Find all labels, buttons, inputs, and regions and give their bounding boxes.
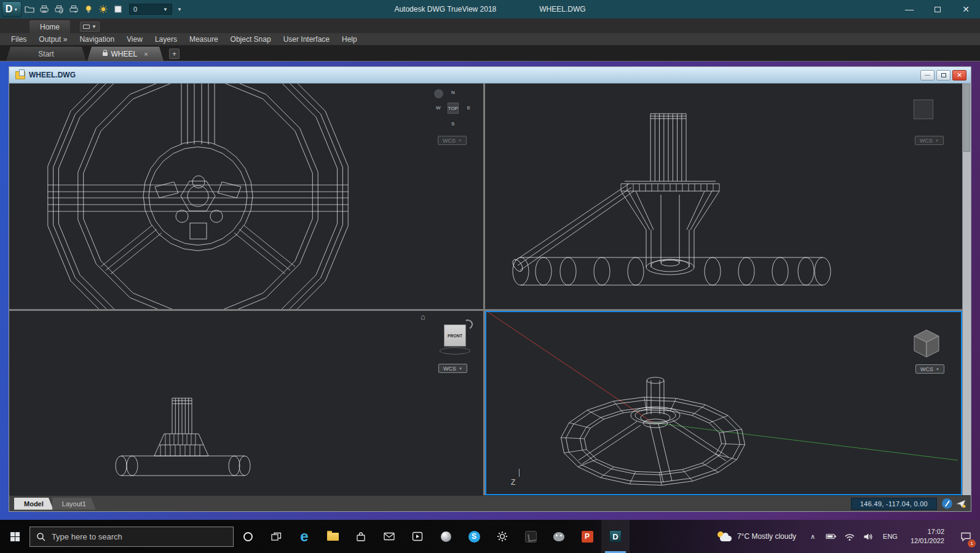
battery-button[interactable]	[822, 520, 840, 553]
layer-dropdown[interactable]: 0 ▼	[129, 4, 172, 15]
annotation-monitor-icon[interactable]	[942, 498, 952, 509]
tab-start[interactable]: Start	[6, 47, 86, 61]
sun-brightness-icon[interactable]	[97, 2, 110, 16]
volume-button[interactable]	[859, 520, 877, 553]
dwg-file-icon	[15, 71, 25, 79]
chevron-up-icon: ∧	[810, 533, 815, 541]
home-icon[interactable]: ⌂	[421, 312, 425, 321]
print-preview-icon[interactable]	[52, 2, 66, 16]
tray-expand-button[interactable]: ∧	[804, 520, 822, 553]
quick-access-toolbar: D▼ 0 ▼ ▼	[0, 1, 182, 17]
wcs-label: WCS	[443, 366, 456, 372]
minimize-icon: —	[925, 72, 930, 78]
qat-overflow-chevron-icon[interactable]: ▼	[177, 7, 182, 12]
doc-minimize-button[interactable]: —	[920, 70, 935, 80]
layer-dropdown-value: 0	[133, 6, 137, 13]
scrollbar-thumb[interactable]	[963, 84, 970, 152]
plot-icon[interactable]	[38, 2, 51, 16]
viewcube-front[interactable]: FRONT	[444, 324, 466, 347]
chevron-down-icon: ▼	[14, 7, 18, 12]
speaker-icon	[863, 532, 874, 541]
menu-view[interactable]: View	[121, 33, 149, 45]
viewcube-compass-ring	[440, 347, 470, 355]
skype-button[interactable]: S	[460, 520, 488, 553]
clock[interactable]: 17:02 12/01/2022	[903, 527, 952, 546]
menu-object-snap[interactable]: Object Snap	[224, 33, 277, 45]
cortana-button[interactable]	[234, 520, 262, 553]
edge-button[interactable]: e	[290, 520, 318, 553]
compass-east-label: E	[467, 105, 470, 111]
menu-files[interactable]: Files	[5, 33, 33, 45]
settings-button[interactable]	[488, 520, 516, 553]
weather-widget[interactable]: 7°C Mostly cloudy	[709, 520, 804, 553]
time-label: 17:02	[911, 527, 944, 536]
doc-close-button[interactable]: ✕	[952, 70, 966, 80]
gear-icon	[497, 531, 508, 542]
close-tab-icon[interactable]: ×	[144, 50, 148, 58]
paper-space-icon[interactable]	[111, 2, 125, 16]
viewcube-iso[interactable]	[912, 326, 941, 363]
dark-app-button[interactable]	[516, 520, 545, 553]
compass-top-face[interactable]: TOP	[448, 103, 459, 114]
close-button[interactable]: ✕	[952, 0, 980, 18]
viewport-top-left[interactable]: N W E S TOP WCS▼	[9, 84, 483, 309]
mail-button[interactable]	[375, 520, 403, 553]
movies-button[interactable]	[403, 520, 432, 553]
network-button[interactable]	[840, 520, 859, 553]
task-view-icon	[271, 532, 282, 541]
viewport-bottom-right-active[interactable]: WCS▼ Z	[485, 311, 962, 495]
tab-wheel[interactable]: WHEEL ×	[87, 47, 164, 61]
document-window: WHEEL.DWG — ✕ N W E S TOP	[9, 66, 971, 512]
wcs-dropdown[interactable]: WCS▼	[438, 136, 467, 145]
cortana-icon	[243, 532, 253, 541]
file-explorer-button[interactable]	[318, 520, 347, 553]
chevron-down-icon: ▼	[163, 7, 168, 12]
menu-navigation[interactable]: Navigation	[73, 33, 121, 45]
powerpoint-button[interactable]: P	[573, 520, 601, 553]
doc-restore-button[interactable]	[936, 70, 950, 80]
compass-north-label: N	[451, 90, 455, 95]
compass-west-label: W	[436, 105, 441, 111]
vertical-scrollbar[interactable]	[962, 84, 971, 495]
tab-home[interactable]: Home	[30, 20, 70, 33]
viewport-bottom-left[interactable]: ⌂ FRONT WCS▼	[9, 311, 483, 495]
app-logo-button[interactable]: D▼	[2, 1, 22, 17]
chevron-down-icon: ▼	[936, 367, 939, 371]
wcs-dropdown[interactable]: WCS▼	[915, 364, 944, 374]
open-file-icon[interactable]	[23, 2, 36, 16]
viewcube-faint[interactable]	[914, 100, 933, 119]
menu-help[interactable]: Help	[336, 33, 363, 45]
drawing-area: N W E S TOP WCS▼ WCS▼	[9, 84, 971, 495]
game-button[interactable]	[432, 520, 460, 553]
publish-icon[interactable]	[67, 2, 81, 16]
tab-layout1[interactable]: Layout1	[52, 498, 96, 510]
taskbar-search[interactable]	[30, 527, 234, 547]
menu-measure[interactable]: Measure	[183, 33, 224, 45]
layer-bulb-icon[interactable]	[82, 2, 95, 16]
wcs-dropdown[interactable]: WCS▼	[915, 136, 944, 145]
wcs-dropdown[interactable]: WCS▼	[438, 364, 467, 373]
language-indicator[interactable]: ENG	[877, 520, 903, 553]
task-view-button[interactable]	[262, 520, 290, 553]
gimp-button[interactable]	[545, 520, 573, 553]
minimize-button[interactable]: —	[895, 0, 923, 18]
menu-layers[interactable]: Layers	[149, 33, 183, 45]
send-feedback-icon[interactable]	[956, 500, 966, 508]
maximize-button[interactable]	[923, 0, 952, 18]
tab-model[interactable]: Model	[14, 498, 53, 510]
windows-taskbar: e S P D 7°C Mostly cloudy ∧	[0, 520, 980, 553]
navigation-compass[interactable]: N W E S TOP	[434, 89, 472, 127]
start-button[interactable]	[0, 520, 30, 553]
file-tab-bar: Start WHEEL × +	[0, 45, 980, 61]
new-tab-button[interactable]: +	[169, 49, 180, 59]
viewport-top-right[interactable]: WCS▼	[485, 84, 962, 309]
menu-output[interactable]: Output »	[33, 33, 73, 45]
dwg-trueview-button[interactable]: D	[601, 520, 630, 553]
menu-user-interface[interactable]: User Interface	[277, 33, 336, 45]
store-button[interactable]	[347, 520, 375, 553]
gimp-icon	[553, 532, 564, 541]
search-input[interactable]	[50, 531, 227, 542]
action-center-button[interactable]: 1	[952, 520, 980, 553]
document-titlebar[interactable]: WHEEL.DWG — ✕	[9, 67, 971, 84]
ribbon-panel-button[interactable]: ▼	[80, 22, 100, 32]
